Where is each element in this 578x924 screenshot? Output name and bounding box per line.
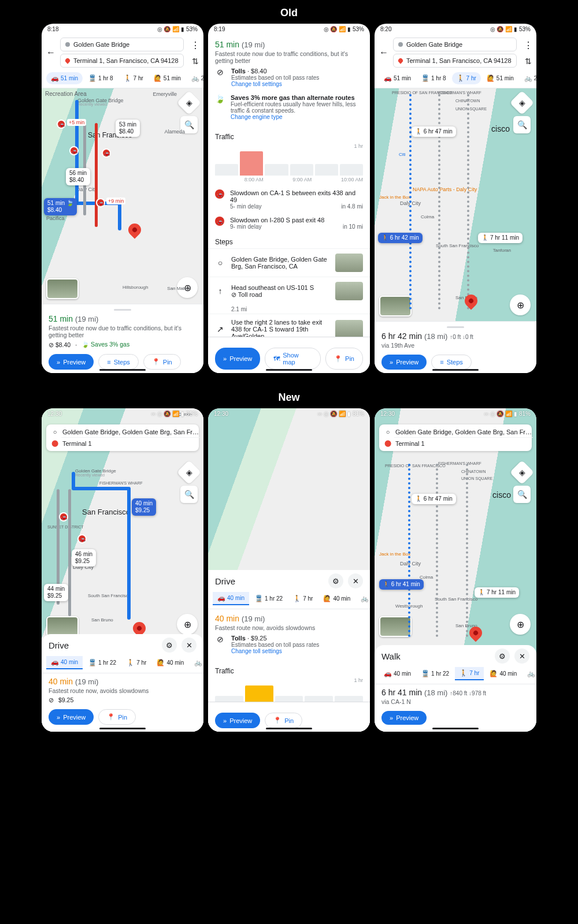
streetview-thumb[interactable] [379,296,412,316]
close-button[interactable]: ✕ [348,573,363,588]
mode-bike[interactable]: 🚲2 hr 4 [520,72,536,84]
pin-button[interactable]: 📍 Pin [143,354,181,370]
to-field[interactable]: Terminal 1, San Francisco, CA 94128 [60,54,184,68]
preview-button[interactable]: » Preview [215,713,260,728]
nav-handle[interactable] [99,369,146,371]
sheet-handle[interactable] [114,309,131,311]
route-alt-callout[interactable]: 🚶 6 hr 47 min [412,126,456,137]
toll-settings-link[interactable]: Change toll settings [231,81,319,87]
nav-handle[interactable] [266,728,312,729]
mode-walk[interactable]: 🚶7 hr [122,656,151,669]
mode-walk[interactable]: 🚶7 hr [119,72,148,84]
to-field[interactable]: ⬤Terminal 1 [50,438,200,449]
from-field[interactable]: Golden Gate Bridge [393,38,517,51]
kebab-icon[interactable]: ⋮ [188,40,202,51]
swap-icon[interactable]: ⇅ [190,57,201,66]
mode-bike[interactable]: 🚲 [190,656,203,669]
streetview-thumb[interactable] [46,278,79,299]
map-canvas[interactable]: ◈ 🔍 ⊕ Recreation Area Golden Gate Bridge… [42,88,203,304]
preview-button[interactable]: » Preview [381,711,427,725]
route-main-callout[interactable]: 40 min$9.25 [132,498,156,516]
mode-transit[interactable]: 🚆1 hr 22 [250,592,287,605]
route-alt-callout[interactable]: 56 min$8.40 [66,168,90,185]
engine-link[interactable]: Change engine type [231,114,363,120]
to-field[interactable]: Terminal 1, San Francisco, CA 94128 [393,54,517,68]
nav-handle[interactable] [432,728,479,729]
step-row[interactable]: ○Golden Gate Bridge, Golden Gate Brg, Sa… [208,248,370,277]
mode-bike[interactable]: 🚲2 hr 4 [187,72,203,84]
from-field[interactable]: Golden Gate Bridge [60,38,184,51]
mode-rideshare[interactable]: 🙋40 min [152,656,188,669]
mode-drive[interactable]: 🚗40 min [46,656,83,669]
preview-button[interactable]: » Preview [215,348,260,370]
zoom-button[interactable]: 🔍 [513,486,531,503]
eco-info[interactable]: 🍃 Saves 3% more gas than alternate route… [215,91,363,124]
pin-button[interactable]: 📍 Pin [325,348,363,370]
route-alt-callout[interactable]: 46 min$9.25 [72,549,96,567]
bottom-sheet[interactable]: Drive ⚙✕ 🚗40 min 🚆1 hr 22 🚶7 hr 🙋40 min … [42,634,203,732]
options-button[interactable]: ⚙ [328,573,343,588]
toll-settings-link[interactable]: Change toll settings [231,648,319,654]
showmap-button[interactable]: 🗺 Show map [265,348,321,370]
preview-button[interactable]: » Preview [381,355,427,370]
mode-drive[interactable]: 🚗51 min [379,72,416,84]
mode-bike[interactable]: 🚲2 hr [523,667,536,680]
map-canvas[interactable]: ◈ 🔍 ⊕ FISHERMAN'S WHARF CHINATOWN UNION … [375,88,536,321]
layers-button[interactable]: ◈ [177,460,201,485]
mode-walk[interactable]: 🚶7 hr [452,72,481,84]
steps-button[interactable]: ≡ Steps [98,354,139,370]
swap-icon[interactable]: ⇅ [523,57,534,66]
locate-button[interactable]: ⊕ [510,295,531,315]
nav-handle[interactable] [432,369,479,371]
nav-handle[interactable] [99,728,146,729]
mode-walk[interactable]: 🚶7 hr [288,592,317,605]
mode-drive[interactable]: 🚗40 min [379,667,416,680]
mode-transit[interactable]: 🚆1 hr 22 [84,656,121,669]
traffic-alert[interactable]: 🚗Slowdown on CA-1 S between exits 438 an… [208,186,370,213]
bottom-sheet[interactable]: 6 hr 42 min (18 mi) ↑0 ft ↓0 ft via 19th… [375,321,536,373]
mode-drive[interactable]: 🚗51 min [46,72,83,84]
back-icon[interactable]: ← [379,47,388,58]
from-field[interactable]: ○Golden Gate Bridge, Golden Gate Brg, Sa… [50,427,200,437]
kebab-icon[interactable]: ⋮ [535,433,536,444]
mode-transit[interactable]: 🚆1 hr 22 [417,667,454,680]
close-button[interactable]: ✕ [514,649,529,664]
pin-button[interactable]: 📍 Pin [98,709,136,725]
bottom-sheet[interactable]: Walk ⚙✕ 🚗40 min 🚆1 hr 22 🚶7 hr 🙋40 min 🚲… [375,645,536,732]
traffic-alert[interactable]: 🚗Slowdown on I-280 S past exit 489- min … [208,213,370,233]
mode-transit[interactable]: 🚆1 hr 8 [84,72,118,84]
destination-pin[interactable] [125,221,143,239]
layers-button[interactable]: ◈ [177,91,201,115]
from-field[interactable]: ○Golden Gate Bridge, Golden Gate Brg, Sa… [383,427,533,437]
bottom-sheet[interactable]: 51 min (19 mi) Fastest route now due to … [42,304,203,373]
steps-button[interactable]: ≡ Steps [431,355,472,370]
route-main-callout[interactable]: 🚶 6 hr 41 min [379,579,424,590]
to-field[interactable]: ⬤Terminal 1 [383,438,533,449]
tolls-info[interactable]: ⊘ Tolls · $8.40Estimates based on toll p… [215,64,363,91]
mode-transit[interactable]: 🚆1 hr 8 [417,72,451,84]
route-alt-callout[interactable]: 🚶 6 hr 47 min [412,494,456,504]
mode-bike[interactable]: 🚲 [356,592,370,605]
preview-button[interactable]: » Preview [49,709,94,725]
locate-button[interactable]: ⊕ [177,614,198,635]
locate-button[interactable]: ⊕ [510,614,531,635]
mode-rideshare[interactable]: 🙋40 min [318,592,355,605]
route-alt-callout[interactable]: 44 min$9.25 [44,584,68,601]
route-main-callout[interactable]: 🚶 6 hr 42 min [378,233,423,243]
kebab-icon[interactable]: ⋮ [202,433,203,444]
route-main-callout[interactable]: 51 min 🍃$8.40 [44,198,77,215]
preview-button[interactable]: » Preview [49,354,94,370]
kebab-icon[interactable]: ⋮ [521,40,535,51]
route-alt-callout[interactable]: 🚶 7 hr 11 min [475,587,519,598]
route-alt-callout[interactable]: 🚶 7 hr 11 min [478,233,523,243]
mode-walk[interactable]: 🚶7 hr [455,667,484,680]
mode-rideshare[interactable]: 🙋40 min [485,667,521,680]
route-alt-callout[interactable]: 53 min$8.40 [116,120,140,137]
options-button[interactable]: ⚙ [162,638,177,653]
pin-button[interactable]: 📍 Pin [265,713,302,728]
close-button[interactable]: ✕ [181,638,197,653]
step-row[interactable]: ↑Head southeast on US-101 S⊘ Toll road [208,277,370,305]
options-button[interactable]: ⚙ [495,649,510,664]
nav-handle[interactable] [266,369,312,371]
mode-rideshare[interactable]: 🙋51 min [482,72,518,84]
